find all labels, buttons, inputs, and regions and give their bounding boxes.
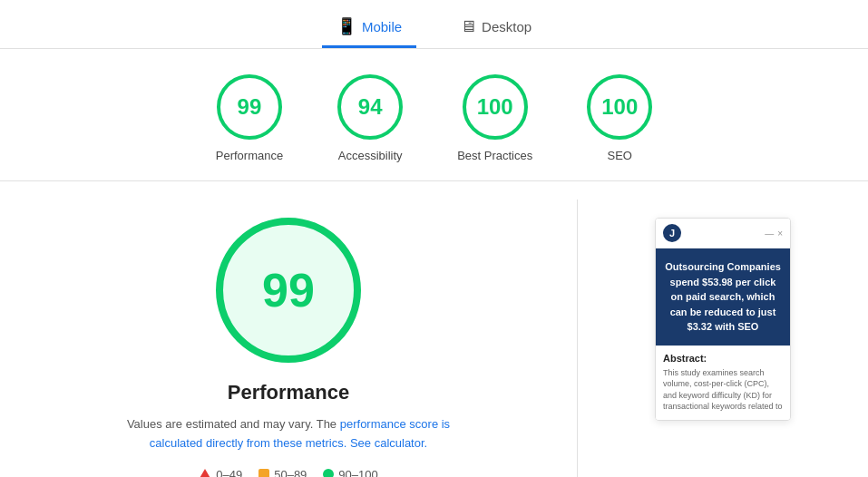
score-circle-performance: 99 [217,74,282,140]
score-item-seo[interactable]: 100 SEO [587,74,652,162]
mobile-icon: 📱 [336,16,356,36]
score-circle-seo: 100 [587,74,652,140]
abstract-title: Abstract: [663,353,783,364]
legend-label-low: 0–49 [216,468,242,477]
main-content: 99 Performance Values are estimated and … [0,181,868,477]
score-item-best-practices[interactable]: 100 Best Practices [457,74,532,162]
score-value-performance: 99 [238,94,262,120]
performance-description: Values are estimated and may vary. The p… [116,415,461,453]
preview-body-text: Outsourcing Companies spend $53.98 per c… [665,261,781,332]
preview-card-body: Outsourcing Companies spend $53.98 per c… [656,248,790,346]
score-label-seo: SEO [608,149,632,162]
legend-label-high: 90–100 [338,468,377,477]
legend-item-low: 0–49 [199,468,242,477]
performance-title: Performance [228,381,350,404]
preview-card: J — × Outsourcing Companies spend $53.98… [655,218,791,421]
score-circle-accessibility: 94 [337,74,403,140]
tab-desktop-label: Desktop [482,19,532,34]
legend-label-mid: 50–89 [274,468,307,477]
preview-card-header: J — × [656,219,790,248]
score-label-accessibility: Accessibility [338,149,403,162]
preview-controls: — × [765,229,783,238]
score-label-best-practices: Best Practices [457,149,532,162]
score-value-accessibility: 94 [358,94,383,120]
abstract-text: This study examines search volume, cost-… [663,367,783,413]
desktop-icon: 🖥 [460,17,476,36]
tab-mobile-label: Mobile [362,19,402,34]
legend-icon-high [323,469,334,477]
preview-logo: J [663,224,681,242]
preview-card-abstract: Abstract: This study examines search vol… [656,346,790,420]
description-text-1: Values are estimated and may vary. The [127,417,336,431]
scores-row: 99 Performance 94 Accessibility 100 Best… [0,49,868,181]
score-circle-best-practices: 100 [463,74,528,140]
big-score-circle: 99 [216,218,361,363]
calculator-link[interactable]: See calculator. [350,436,427,450]
score-item-accessibility[interactable]: 94 Accessibility [337,74,403,162]
score-value-best-practices: 100 [477,94,513,120]
score-item-performance[interactable]: 99 Performance [216,74,283,162]
legend-item-high: 90–100 [323,468,377,477]
tab-desktop[interactable]: 🖥 Desktop [445,10,546,48]
right-panel: J — × Outsourcing Companies spend $53.98… [578,200,868,477]
tabs-bar: 📱 Mobile 🖥 Desktop [0,0,868,49]
legend-icon-mid [258,469,269,477]
score-label-performance: Performance [216,149,283,162]
left-panel: 99 Performance Values are estimated and … [0,200,578,477]
legend-item-mid: 50–89 [258,468,307,477]
big-score-value: 99 [262,263,315,317]
legend-icon-low [199,469,211,477]
tab-mobile[interactable]: 📱 Mobile [322,9,416,48]
legend: 0–49 50–89 90–100 [199,468,377,477]
score-value-seo: 100 [601,94,638,120]
